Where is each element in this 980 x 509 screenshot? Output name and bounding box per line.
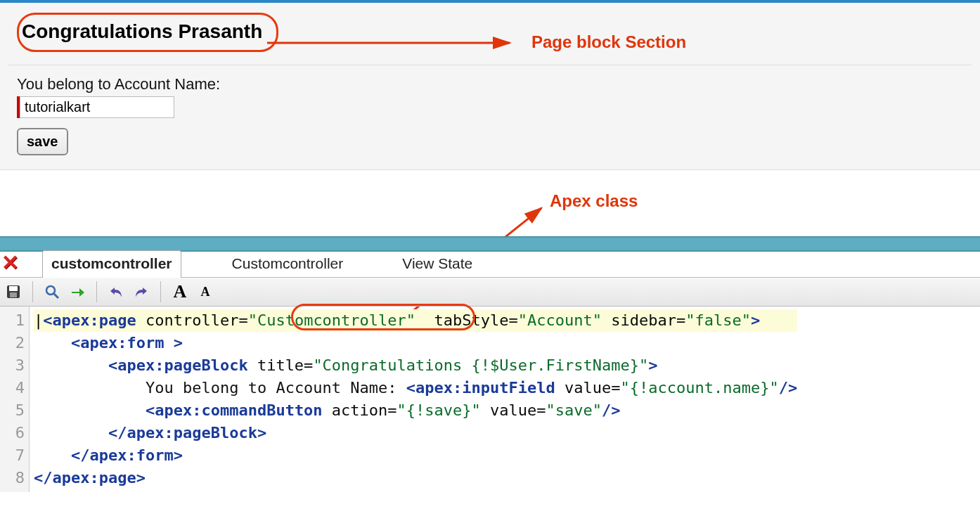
code-line: </apex:page> xyxy=(34,467,797,489)
search-icon[interactable] xyxy=(41,281,63,302)
account-name-input[interactable] xyxy=(20,96,174,118)
close-icon[interactable]: ✕ xyxy=(1,250,19,275)
svg-rect-4 xyxy=(10,292,17,297)
undo-icon[interactable] xyxy=(105,281,127,302)
tab-view-state[interactable]: View State xyxy=(394,251,481,278)
font-decrease-icon[interactable]: A xyxy=(195,281,216,302)
annotation-pageblock: Page block Section xyxy=(531,32,686,52)
tab-customcontroller-class[interactable]: Customcontroller xyxy=(224,251,352,278)
dev-header-band xyxy=(0,236,980,252)
code-line: |<apex:page controller="Customcontroller… xyxy=(34,309,797,332)
editor-toolbar: A A xyxy=(0,277,980,307)
line-gutter: 1 2 3 4 5 6 7 8 xyxy=(0,307,30,492)
save-button[interactable]: save xyxy=(17,128,68,155)
code-line: You belong to Account Name: <apex:inputF… xyxy=(34,377,797,399)
code-area[interactable]: |<apex:page controller="Customcontroller… xyxy=(30,307,797,492)
pageblock: Congratulations Prasanth You belong to A… xyxy=(0,0,980,170)
font-increase-icon[interactable]: A xyxy=(169,281,191,302)
svg-point-5 xyxy=(46,286,55,295)
svg-line-6 xyxy=(54,294,58,298)
code-line: <apex:pageBlock title="Congratulations {… xyxy=(34,354,797,377)
code-line: </apex:form> xyxy=(34,444,797,467)
save-icon[interactable] xyxy=(3,281,24,302)
code-line: <apex:commandButton action="{!save}" val… xyxy=(34,399,797,422)
tab-customcontroller-page[interactable]: customcontroller xyxy=(42,250,181,278)
svg-rect-3 xyxy=(9,286,18,291)
account-label: You belong to Account Name: xyxy=(17,75,980,94)
redo-icon[interactable] xyxy=(131,281,152,302)
goto-icon[interactable] xyxy=(67,281,88,302)
pageblock-title: Congratulations Prasanth xyxy=(17,13,278,52)
code-line: </apex:pageBlock> xyxy=(34,422,797,444)
code-line: <apex:form > xyxy=(34,332,797,354)
annotation-apex-class: Apex class xyxy=(550,191,638,211)
